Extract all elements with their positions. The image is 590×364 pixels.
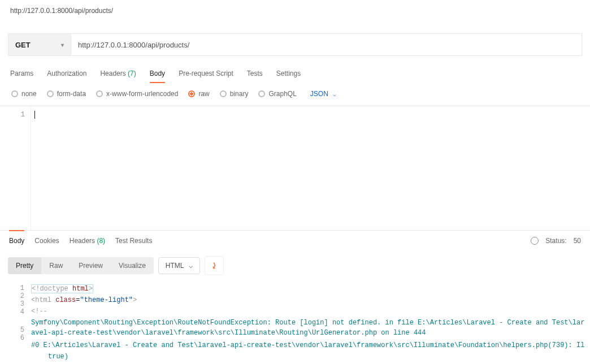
fmt-visualize[interactable]: Visualize: [111, 257, 154, 274]
code-line: <!doctype html>: [31, 283, 585, 294]
fmt-preview[interactable]: Preview: [71, 257, 111, 274]
tab-tests[interactable]: Tests: [247, 65, 263, 83]
status-label: Status:: [545, 237, 566, 245]
resp-tab-cookies[interactable]: Cookies: [34, 230, 59, 250]
response-gutter: 1 2 3 4 5 6: [0, 283, 31, 362]
response-status: Status: 50: [531, 237, 581, 245]
status-value: 50: [574, 237, 581, 245]
code-line: <html class="theme-light">: [31, 294, 585, 306]
fmt-pretty[interactable]: Pretty: [8, 257, 41, 274]
body-subtype-value: JSON: [310, 90, 328, 98]
tab-prerequest[interactable]: Pre-request Script: [179, 65, 233, 83]
resp-tab-headers[interactable]: Headers (8): [70, 230, 105, 250]
globe-icon: [531, 237, 539, 245]
tab-authorization[interactable]: Authorization: [47, 65, 86, 83]
radio-icon: [96, 90, 103, 97]
body-type-row: none form-data x-www-form-urlencoded raw…: [0, 83, 590, 103]
request-tab-title: http://127.0.0.1:8000/api/products/: [0, 0, 590, 22]
editor-gutter: 1: [0, 106, 31, 230]
text-cursor: [34, 111, 35, 119]
fmt-raw[interactable]: Raw: [41, 257, 71, 274]
request-body-editor[interactable]: 1: [0, 106, 590, 230]
code-line: true): [31, 351, 585, 362]
response-controls: Pretty Raw Preview Visualize HTML ⌵ ⤸: [0, 250, 590, 281]
chevron-down-icon: ⌵: [189, 262, 193, 270]
resp-tab-tests[interactable]: Test Results: [115, 230, 152, 250]
radio-icon: [47, 90, 54, 97]
code-line: #0 E:\Articles\Laravel - Create and Test…: [31, 340, 585, 351]
chevron-down-icon: ⌵: [333, 91, 336, 97]
radio-icon: [188, 90, 195, 97]
body-type-formdata[interactable]: form-data: [47, 90, 86, 98]
editor-body[interactable]: [31, 106, 590, 230]
response-tabs-bar: Body Cookies Headers (8) Test Results St…: [0, 230, 590, 250]
radio-icon: [11, 90, 18, 97]
format-tabs: Pretty Raw Preview Visualize: [8, 257, 154, 274]
body-type-none[interactable]: none: [11, 90, 37, 98]
tab-params[interactable]: Params: [10, 65, 33, 83]
wrap-icon: ⤸: [211, 261, 218, 270]
body-type-xwww[interactable]: x-www-form-urlencoded: [96, 90, 178, 98]
method-value: GET: [15, 41, 31, 49]
radio-icon: [220, 90, 227, 97]
body-type-binary[interactable]: binary: [220, 90, 249, 98]
response-body[interactable]: 1 2 3 4 5 6 <!doctype html> <html class=…: [0, 281, 590, 364]
body-type-raw[interactable]: raw: [188, 90, 209, 98]
chevron-down-icon: ▾: [61, 42, 64, 48]
method-select[interactable]: GET ▾: [8, 33, 71, 56]
response-code: <!doctype html> <html class="theme-light…: [31, 283, 590, 362]
tab-headers-label: Headers: [100, 70, 125, 77]
code-line: <!--: [31, 306, 585, 317]
tab-headers-count: (7): [128, 70, 136, 77]
resp-tab-body[interactable]: Body: [9, 230, 24, 250]
wrap-button[interactable]: ⤸: [205, 256, 224, 275]
tab-settings[interactable]: Settings: [276, 65, 301, 83]
body-subtype-select[interactable]: JSON ⌵: [307, 90, 336, 98]
response-lang-select[interactable]: HTML ⌵: [158, 257, 200, 274]
request-tabs: Params Authorization Headers (7) Body Pr…: [0, 65, 590, 83]
request-row: GET ▾: [8, 33, 582, 56]
code-line: Symfony\Component\Routing\Exception\Rout…: [31, 317, 585, 339]
tab-headers[interactable]: Headers (7): [100, 65, 136, 83]
radio-icon: [258, 90, 265, 97]
url-input[interactable]: [71, 33, 582, 56]
body-type-graphql[interactable]: GraphQL: [258, 90, 296, 98]
tab-body[interactable]: Body: [150, 65, 165, 83]
